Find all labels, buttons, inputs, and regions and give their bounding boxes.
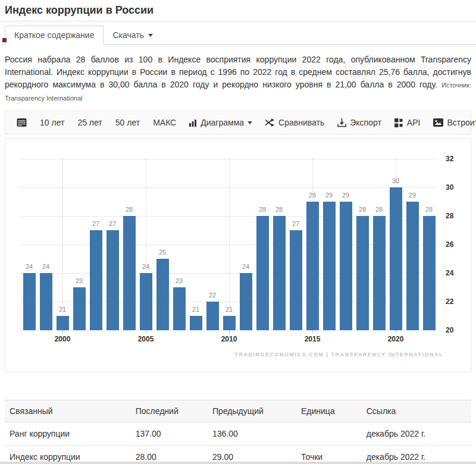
x-axis-tick-label: 2005 bbox=[128, 335, 164, 343]
bar-2022[interactable] bbox=[423, 216, 436, 330]
export-label: Экспорт bbox=[350, 118, 381, 127]
bar-value-label: 24 bbox=[21, 263, 37, 270]
bar-value-label: 29 bbox=[304, 192, 321, 199]
bar-2011[interactable] bbox=[240, 273, 252, 330]
corruption-rank-link[interactable]: Ранг коррупции bbox=[5, 422, 131, 446]
bar-value-label: 28 bbox=[254, 206, 271, 213]
bar-value-label: 22 bbox=[204, 291, 221, 299]
bar-value-label: 28 bbox=[421, 206, 437, 213]
tab-download[interactable]: Скачать bbox=[104, 26, 162, 44]
bar-2018[interactable] bbox=[356, 216, 369, 330]
x-axis-tick bbox=[312, 330, 313, 333]
y-axis-tick-label: 20 bbox=[446, 326, 453, 334]
bar-value-label: 27 bbox=[104, 220, 121, 227]
bar-2012[interactable] bbox=[256, 216, 269, 330]
last-value: 137.00 bbox=[131, 422, 208, 446]
calendar-icon bbox=[17, 118, 27, 127]
bar-value-label: 24 bbox=[37, 263, 54, 270]
bar-2019[interactable] bbox=[373, 216, 386, 330]
bar-2005[interactable] bbox=[140, 273, 152, 330]
summary-text: Россия набрала 28 баллов из 100 в Индекс… bbox=[5, 55, 471, 89]
tab-download-label: Скачать bbox=[112, 30, 144, 40]
reference-value: декабрь 2022 г. bbox=[362, 422, 471, 446]
compare-shuffle-icon bbox=[265, 118, 275, 127]
x-axis-tick-label: 2000 bbox=[45, 335, 80, 343]
bar-2001[interactable] bbox=[73, 287, 86, 330]
range-max-label: МАКС bbox=[153, 118, 176, 127]
range-25y-label: 25 лет bbox=[77, 118, 102, 127]
x-axis-tick bbox=[62, 330, 63, 333]
chart-type-button[interactable]: Диаграмма bbox=[184, 115, 258, 130]
v-gridline bbox=[62, 159, 63, 330]
bar-2006[interactable] bbox=[156, 259, 169, 330]
tab-summary[interactable]: Краткое содержание bbox=[5, 26, 104, 45]
compare-button[interactable]: Сравнивать bbox=[260, 115, 330, 130]
bar-2021[interactable] bbox=[406, 202, 419, 330]
bar-value-label: 29 bbox=[404, 192, 421, 199]
table-header-row: Связанный Последний Предыдущий Единица С… bbox=[5, 400, 471, 422]
chart-container: 2424212327272824252321222124282827292929… bbox=[5, 138, 471, 372]
bar-2013[interactable] bbox=[273, 216, 286, 330]
calendar-button[interactable] bbox=[11, 115, 32, 130]
export-download-icon bbox=[337, 118, 346, 127]
range-max-button[interactable]: МАКС bbox=[148, 115, 181, 130]
y-axis-tick-label: 28 bbox=[446, 212, 453, 220]
x-axis-tick-label: 2010 bbox=[211, 335, 247, 343]
page-title: Индекс коррупции в России bbox=[0, 0, 476, 21]
tab-summary-label: Краткое содержание bbox=[14, 30, 94, 40]
bar-2008[interactable] bbox=[190, 316, 202, 330]
bar-value-label: 28 bbox=[371, 206, 387, 213]
chevron-down-icon bbox=[148, 34, 153, 37]
bar-1999[interactable] bbox=[40, 273, 52, 330]
compare-label: Сравнивать bbox=[278, 118, 324, 127]
col-header-unit: Единица bbox=[296, 400, 362, 422]
col-header-reference: Ссылка bbox=[362, 400, 471, 422]
bar-value-label: 23 bbox=[171, 277, 187, 284]
range-50y-label: 50 лет bbox=[115, 118, 140, 127]
bar-1998[interactable] bbox=[23, 273, 36, 330]
source-link[interactable]: Transparency International bbox=[5, 95, 82, 102]
bar-2015[interactable] bbox=[306, 202, 319, 330]
range-25y-button[interactable]: 25 лет bbox=[72, 115, 107, 130]
x-axis-tick bbox=[229, 330, 230, 333]
bar-value-label: 21 bbox=[187, 306, 204, 313]
bar-value-label: 29 bbox=[321, 192, 337, 199]
export-button[interactable]: Экспорт bbox=[332, 115, 387, 130]
range-50y-button[interactable]: 50 лет bbox=[110, 115, 145, 130]
col-header-previous: Предыдущий bbox=[208, 400, 296, 422]
api-button[interactable]: API bbox=[389, 115, 426, 130]
bar-2000[interactable] bbox=[57, 316, 69, 330]
bar-2003[interactable] bbox=[107, 230, 119, 330]
y-axis-tick-label: 26 bbox=[446, 240, 453, 249]
x-axis-tick-label: 2020 bbox=[378, 335, 414, 343]
y-axis-tick-label: 22 bbox=[446, 297, 453, 306]
horizontal-scrollbar[interactable] bbox=[0, 462, 476, 464]
bar-2017[interactable] bbox=[340, 202, 352, 330]
embed-image-icon bbox=[433, 118, 443, 127]
embed-button[interactable]: Встроить bbox=[428, 115, 476, 130]
bar-2016[interactable] bbox=[323, 202, 336, 330]
bar-2020[interactable] bbox=[390, 187, 402, 330]
chart-plot: 2424212327272824252321222124282827292929… bbox=[21, 159, 437, 330]
chart-type-label: Диаграмма bbox=[201, 118, 244, 127]
range-10y-button[interactable]: 10 лет bbox=[35, 115, 70, 130]
bar-2002[interactable] bbox=[90, 230, 102, 330]
v-gridline bbox=[229, 159, 230, 330]
chart-watermark: TRADINGECONOMICS.COM | TRANSPARENCY INTE… bbox=[234, 352, 443, 358]
y-axis-tick-label: 32 bbox=[446, 155, 453, 163]
bar-value-label: 21 bbox=[221, 306, 237, 313]
bar-2004[interactable] bbox=[123, 216, 136, 330]
bar-value-label: 28 bbox=[121, 206, 137, 213]
previous-value: 136.00 bbox=[208, 422, 296, 446]
bar-value-label: 30 bbox=[387, 177, 404, 184]
bar-2010[interactable] bbox=[223, 316, 236, 330]
bar-value-label: 25 bbox=[154, 249, 171, 256]
api-grid-icon bbox=[394, 118, 403, 127]
bar-2007[interactable] bbox=[173, 287, 186, 330]
range-10y-label: 10 лет bbox=[40, 118, 64, 127]
bar-2014[interactable] bbox=[290, 230, 302, 330]
col-header-last: Последний bbox=[131, 400, 208, 422]
bar-2009[interactable] bbox=[206, 302, 219, 330]
x-axis-tick bbox=[146, 330, 146, 333]
bar-value-label: 21 bbox=[54, 306, 71, 313]
